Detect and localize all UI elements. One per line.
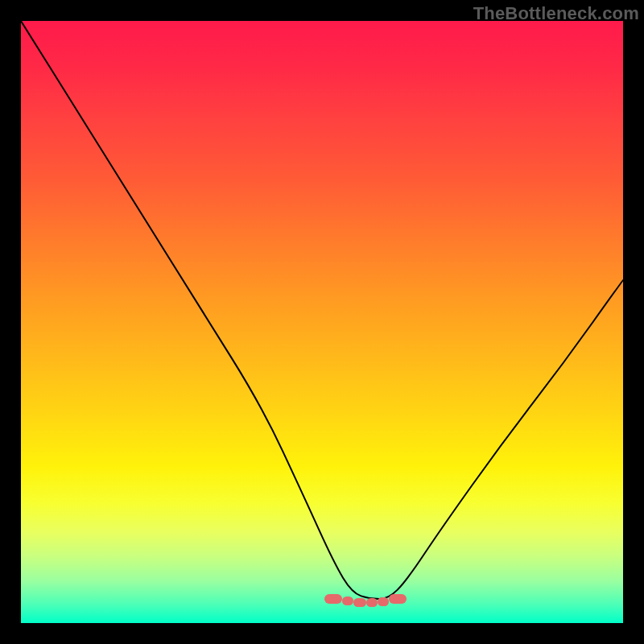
curve-path — [21, 21, 623, 599]
flat-marker-dot — [366, 598, 378, 607]
flat-marker-dot — [389, 594, 407, 604]
chart-plot-area — [21, 21, 623, 623]
flat-marker-dot — [353, 598, 366, 607]
flat-marker-dot — [342, 597, 353, 605]
flat-marker-dot — [324, 594, 342, 604]
chart-frame: TheBottleneck.com — [0, 0, 644, 644]
bottleneck-curve — [21, 21, 623, 623]
flat-marker-dot — [378, 597, 389, 606]
watermark-text: TheBottleneck.com — [473, 3, 639, 24]
